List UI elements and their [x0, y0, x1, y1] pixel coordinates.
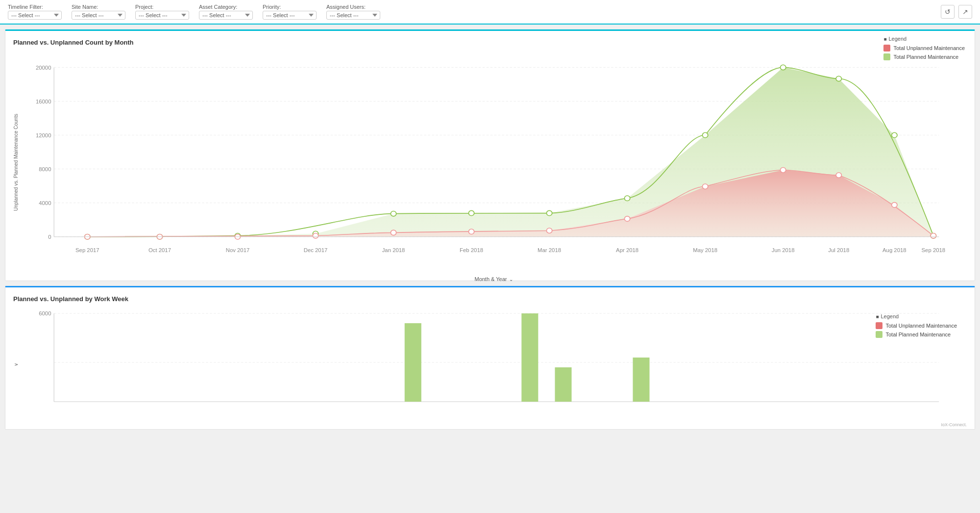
- dot-green-aug18: [892, 132, 897, 137]
- dot-green-feb18: [468, 210, 474, 215]
- chart2-y-axis-label: ∨: [13, 308, 19, 421]
- site-name-filter-select[interactable]: --- Select ---: [72, 11, 125, 20]
- dot-red-may18: [702, 184, 708, 189]
- site-name-filter-group: Site Name: --- Select ---: [72, 4, 125, 20]
- dot-red-apr18: [624, 216, 630, 221]
- svg-text:Aug 2018: Aug 2018: [882, 248, 906, 253]
- chart2-svg-area: 6000: [21, 308, 967, 421]
- project-filter-group: Project: --- Select ---: [135, 4, 189, 20]
- chart1-legend-planned: Total Planned Maintenance: [883, 53, 965, 60]
- svg-text:Jul 2018: Jul 2018: [828, 248, 849, 253]
- svg-text:Mar 2018: Mar 2018: [538, 248, 561, 253]
- svg-text:6000: 6000: [39, 311, 51, 316]
- assigned-users-filter-label: Assigned Users:: [326, 4, 380, 10]
- chart1-svg: 20000 16000 12000 8000 4000 0 Sep 2017 O…: [21, 52, 967, 273]
- dot-red-dec17: [313, 233, 318, 238]
- priority-filter-label: Priority:: [263, 4, 317, 10]
- bar-green-1: [405, 323, 421, 402]
- svg-text:Feb 2018: Feb 2018: [460, 248, 483, 253]
- chart2-title: Planned vs. Unplanned by Work Week: [13, 295, 967, 303]
- svg-text:12000: 12000: [36, 132, 51, 138]
- svg-text:Apr 2018: Apr 2018: [616, 248, 638, 253]
- dot-red-mar18: [546, 228, 552, 233]
- asset-category-filter-label: Asset Category:: [199, 4, 253, 10]
- dot-red-feb18: [468, 229, 474, 234]
- chart1-y-axis-label: Unplanned vs. Planned Maintenance Counts: [13, 52, 19, 273]
- chart1-svg-area: 20000 16000 12000 8000 4000 0 Sep 2017 O…: [21, 52, 967, 273]
- chart2-wrapper: ∨ 6000: [13, 308, 967, 421]
- svg-text:May 2018: May 2018: [693, 248, 717, 253]
- priority-filter-select[interactable]: --- Select ---: [263, 11, 317, 20]
- assigned-users-filter-group: Assigned Users: --- Select ---: [326, 4, 380, 20]
- svg-text:8000: 8000: [39, 166, 51, 172]
- dot-green-mar18: [546, 210, 552, 215]
- main-content: Planned vs. Unplanned Count by Month Unp…: [0, 25, 980, 513]
- asset-category-filter-select[interactable]: --- Select ---: [199, 11, 253, 20]
- chart2-panel: Planned vs. Unplanned by Work Week ∨ 600…: [5, 286, 975, 430]
- timeline-filter-label: Timeline Filter:: [8, 4, 62, 10]
- chart1-legend-planned-color: [883, 53, 890, 60]
- brand-label: IoX-Connect.: [941, 422, 967, 427]
- dot-red-jul18: [836, 173, 841, 178]
- svg-text:Sep 2018: Sep 2018: [922, 248, 946, 253]
- timeline-filter-select[interactable]: --- Select ---: [8, 11, 62, 20]
- chart2-legend-title: ■ Legend: [876, 313, 957, 319]
- chart1-x-axis-label: Month & Year ⌄: [21, 276, 967, 282]
- svg-text:Jan 2018: Jan 2018: [382, 248, 405, 253]
- chart1-legend-title: ■ Legend: [883, 36, 965, 42]
- svg-text:4000: 4000: [39, 200, 51, 205]
- timeline-filter-group: Timeline Filter: --- Select ---: [8, 4, 62, 20]
- dot-green-may18: [702, 132, 708, 137]
- svg-text:0: 0: [48, 234, 51, 239]
- chart2-svg: 6000: [21, 308, 967, 407]
- dot-green-jan18: [391, 211, 396, 216]
- chart1-legend-unplanned-color: [883, 45, 890, 51]
- chart2-legend: ■ Legend Total Unplanned Maintenance Tot…: [876, 313, 957, 338]
- bar-green-3: [633, 358, 649, 402]
- assigned-users-filter-select[interactable]: --- Select ---: [326, 11, 380, 20]
- bar-green-2: [521, 313, 538, 402]
- chart1-legend: ■ Legend Total Unplanned Maintenance Tot…: [883, 36, 965, 60]
- priority-filter-group: Priority: --- Select ---: [263, 4, 317, 20]
- project-filter-label: Project:: [135, 4, 189, 10]
- svg-text:Sep 2017: Sep 2017: [75, 248, 99, 253]
- chart1-title: Planned vs. Unplanned Count by Month: [13, 39, 967, 46]
- dot-red-jun18: [780, 167, 785, 172]
- svg-text:16000: 16000: [36, 99, 51, 104]
- chart1-legend-unplanned: Total Unplanned Maintenance: [883, 45, 965, 51]
- bar-green-2b: [555, 367, 571, 402]
- site-name-filter-label: Site Name:: [72, 4, 125, 10]
- svg-text:Oct 2017: Oct 2017: [148, 248, 171, 253]
- dot-green-apr18: [624, 196, 630, 201]
- svg-text:Dec 2017: Dec 2017: [304, 248, 328, 253]
- chart2-legend-unplanned: Total Unplanned Maintenance: [876, 322, 957, 329]
- top-bar: Timeline Filter: --- Select --- Site Nam…: [0, 0, 980, 25]
- chart2-legend-planned-color: [876, 331, 882, 338]
- chart1-panel: Planned vs. Unplanned Count by Month Unp…: [5, 29, 975, 281]
- refresh-button[interactable]: ↺: [941, 5, 955, 19]
- chart2-legend-unplanned-color: [876, 322, 882, 329]
- chart1-wrapper: Unplanned vs. Planned Maintenance Counts…: [13, 52, 967, 273]
- dot-red-sep18: [931, 233, 936, 238]
- svg-text:Nov 2017: Nov 2017: [226, 248, 250, 253]
- chart2-legend-planned: Total Planned Maintenance: [876, 331, 957, 338]
- asset-category-filter-group: Asset Category: --- Select ---: [199, 4, 253, 20]
- top-right-icons: ↺ ↗: [941, 5, 972, 19]
- dot-red-jan18: [391, 230, 396, 235]
- dot-green-jul18: [836, 76, 841, 81]
- project-filter-select[interactable]: --- Select ---: [135, 11, 189, 20]
- svg-text:20000: 20000: [36, 65, 51, 70]
- dot-red-aug18: [892, 203, 897, 207]
- dot-green-jun18: [780, 65, 785, 70]
- export-button[interactable]: ↗: [958, 5, 972, 19]
- svg-text:Jun 2018: Jun 2018: [772, 248, 795, 253]
